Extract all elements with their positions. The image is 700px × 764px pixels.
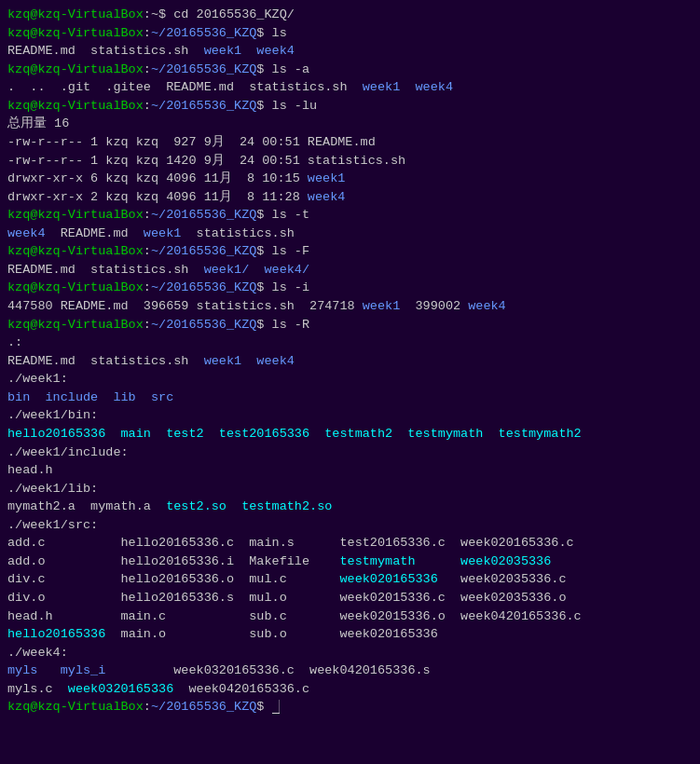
terminal-window: kzq@kzq-VirtualBox:~$ cd 20165536_KZQ/ k… xyxy=(7,6,693,716)
line-29: head.h xyxy=(7,461,693,480)
line-17: 447580 README.md 396659 statistics.sh 27… xyxy=(7,297,693,316)
line-37: div.c hello20165336.o mul.c week02016533… xyxy=(7,570,693,589)
line-16: kzq@kzq-VirtualBox:~/20165536_KZQ$ ls -i xyxy=(7,279,693,297)
line-45: kzq@kzq-VirtualBox:~/20165536_KZQ$ █ xyxy=(7,698,693,716)
line-10: drwxr-xr-x 6 kzq kzq 4096 11月 8 10:15 we… xyxy=(7,170,693,188)
line-19: .: xyxy=(7,334,693,352)
line-42: ./week4: xyxy=(7,644,693,662)
line-22: ./week1: xyxy=(7,370,693,389)
line-20: README.md statistics.sh week1 week4 xyxy=(7,352,693,371)
line-34: ./week1/src: xyxy=(7,516,693,535)
line-7: 总用量 16 xyxy=(7,115,693,133)
line-11: drwxr-xr-x 2 kzq kzq 4096 11月 8 11:28 we… xyxy=(7,188,693,207)
line-6: kzq@kzq-VirtualBox:~/20165536_KZQ$ ls -l… xyxy=(7,97,693,116)
line-38: div.o hello20165336.s mul.o week02015336… xyxy=(7,589,693,607)
line-28: ./week1/include: xyxy=(7,443,693,462)
line-35: add.c hello20165336.c main.s test2016533… xyxy=(7,534,693,553)
line-8: -rw-r--r-- 1 kzq kzq 927 9月 24 00:51 REA… xyxy=(7,133,693,152)
line-32: mymath2.a mymath.a test2.so testmath2.so xyxy=(7,498,693,516)
line-40: hello20165336 main.o sub.o week020165336 xyxy=(7,625,693,644)
line-43: myls myls_i week0320165336.c week0420165… xyxy=(7,662,693,680)
line-25: ./week1/bin: xyxy=(7,406,693,425)
line-12: kzq@kzq-VirtualBox:~/20165536_KZQ$ ls -t xyxy=(7,206,693,225)
line-4: kzq@kzq-VirtualBox:~/20165536_KZQ$ ls -a xyxy=(7,61,693,79)
line-3: README.md statistics.sh week1 week4 xyxy=(7,42,693,61)
line-26: hello20165336 main test2 test20165336 te… xyxy=(7,425,693,443)
line-14: kzq@kzq-VirtualBox:~/20165536_KZQ$ ls -F xyxy=(7,242,693,261)
prompt-1: kzq@kzq-VirtualBox xyxy=(7,7,144,21)
line-5: . .. .git .gitee README.md statistics.sh… xyxy=(7,78,693,97)
line-39: head.h main.c sub.c week02015336.o week0… xyxy=(7,607,693,626)
line-1: kzq@kzq-VirtualBox:~$ cd 20165536_KZQ/ xyxy=(7,6,693,24)
line-15: README.md statistics.sh week1/ week4/ xyxy=(7,261,693,280)
line-13: week4 README.md week1 statistics.sh xyxy=(7,225,693,243)
line-9: -rw-r--r-- 1 kzq kzq 1420 9月 24 00:51 st… xyxy=(7,152,693,171)
line-44: myls.c week0320165336 week0420165336.c xyxy=(7,680,693,699)
line-2: kzq@kzq-VirtualBox:~/20165536_KZQ$ ls xyxy=(7,24,693,43)
line-18: kzq@kzq-VirtualBox:~/20165536_KZQ$ ls -R xyxy=(7,316,693,334)
line-23: bin include lib src xyxy=(7,389,693,407)
line-36: add.o hello20165336.i Makefile testmymat… xyxy=(7,553,693,571)
line-31: ./week1/lib: xyxy=(7,480,693,498)
